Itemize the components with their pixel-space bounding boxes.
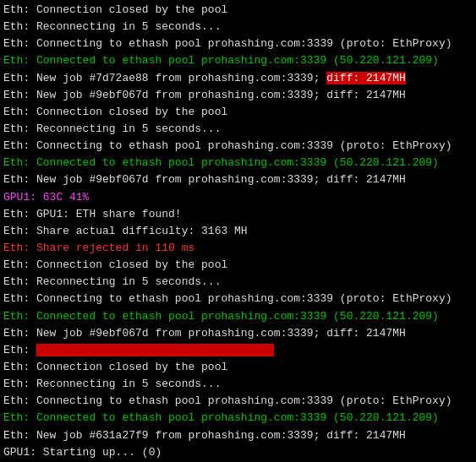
log-line: Eth: Connection closed by the pool xyxy=(3,2,473,19)
log-line: Eth: New job #7d72ae88 from prohashing.c… xyxy=(3,70,473,87)
log-line: Eth: Connecting to ethash pool prohashin… xyxy=(3,291,473,307)
log-line: Eth: Share actual difficulty: 3163 MH xyxy=(3,223,473,240)
log-line: Eth: New job #9ebf067d from prohashing.c… xyxy=(3,87,473,104)
log-line: Eth: xyxy=(3,342,473,359)
log-line: GPU1: Starting up... (0) xyxy=(3,444,473,461)
log-line: Eth: Connecting to ethash pool prohashin… xyxy=(3,138,473,155)
log-line: Eth: Connected to ethash pool prohashing… xyxy=(3,155,473,171)
log-line: Eth: Connected to ethash pool prohashing… xyxy=(3,308,473,325)
log-line: Eth: Share rejected in 110 ms xyxy=(3,240,473,257)
log-line: Eth: Connection closed by the pool xyxy=(3,257,473,274)
log-line: Eth: Connecting to ethash pool prohashin… xyxy=(3,35,473,52)
log-line: Eth: Reconnecting in 5 seconds... xyxy=(3,274,473,291)
log-line: Eth: New job #9ebf067d from prohashing.c… xyxy=(3,325,473,342)
log-line: Eth: Reconnecting in 5 seconds... xyxy=(3,19,473,35)
log-line: Eth: New job #631a27f9 from prohashing.c… xyxy=(3,427,473,444)
log-line: Eth: Connected to ethash pool prohashing… xyxy=(3,52,473,69)
log-line: Eth: New job #9ebf067d from prohashing.c… xyxy=(3,171,473,188)
log-line: Eth: Connection closed by the pool xyxy=(3,104,473,121)
log-line: Eth: Reconnecting in 5 seconds... xyxy=(3,121,473,138)
log-container: Eth: Connection closed by the poolEth: R… xyxy=(3,2,473,462)
log-line: Eth: Reconnecting in 5 seconds... xyxy=(3,376,473,393)
log-line: Eth: GPU1: ETH share found! xyxy=(3,206,473,223)
log-line: GPU1: 63C 41% xyxy=(3,189,473,206)
log-line: Eth: Connection closed by the pool xyxy=(3,359,473,376)
log-line: Eth: Connected to ethash pool prohashing… xyxy=(3,410,473,427)
log-line: Eth: Connecting to ethash pool prohashin… xyxy=(3,393,473,410)
